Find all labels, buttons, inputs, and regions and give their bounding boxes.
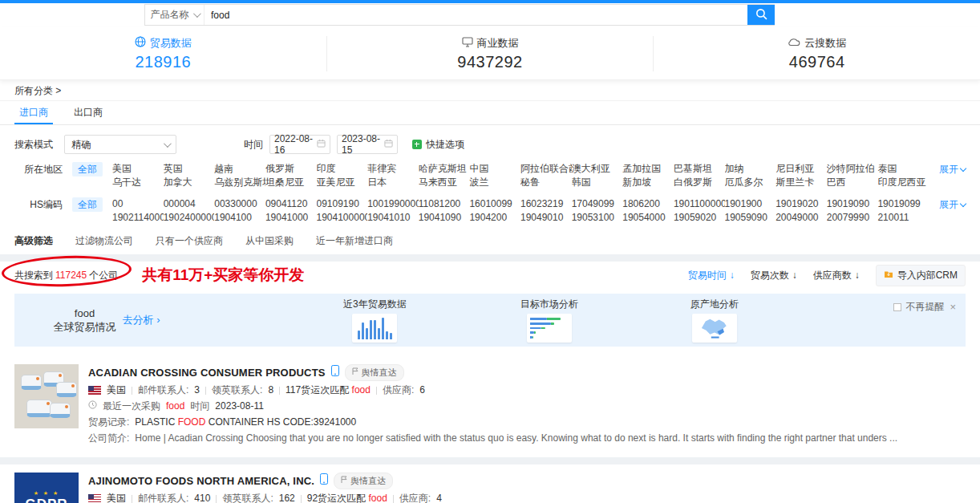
hscode-item[interactable]: 1806200 19054000 xyxy=(622,197,674,225)
region-name[interactable]: 乌干达 xyxy=(112,176,164,189)
region-name[interactable]: 越南 xyxy=(214,162,265,176)
region-item[interactable]: 英国 加拿大 xyxy=(164,162,215,189)
region-item[interactable]: 阿拉伯联合酋... 秘鲁 xyxy=(520,162,572,189)
region-item[interactable]: 加纳 厄瓜多尔 xyxy=(725,162,776,189)
hscode-item[interactable]: 19019099 210011 xyxy=(877,197,929,225)
hscode-expand-button[interactable]: 展开 xyxy=(929,197,966,212)
region-item[interactable]: 泰国 印度尼西亚 xyxy=(877,162,929,189)
company-name[interactable]: ACADIAN CROSSING CONSUMER PRODUCTS xyxy=(88,366,326,379)
hscode-value[interactable]: 1904200 xyxy=(469,211,520,225)
search-mode-select[interactable]: 精确 xyxy=(64,135,176,154)
hscode-item[interactable]: 11081200 19041090 xyxy=(419,197,470,225)
region-all-chip[interactable]: 全部 xyxy=(72,162,103,176)
hscode-all-chip[interactable]: 全部 xyxy=(72,197,103,212)
region-name[interactable]: 坦桑尼亚 xyxy=(265,176,317,189)
hscode-value[interactable]: 1904100 xyxy=(214,211,265,225)
hscode-value[interactable]: 1902400000 xyxy=(164,211,215,225)
phone-icon[interactable] xyxy=(320,473,328,489)
hscode-value[interactable]: 19041000 xyxy=(265,211,317,225)
hscode-value[interactable]: 00 xyxy=(112,197,164,211)
hscode-value[interactable]: 17049099 xyxy=(572,197,623,211)
region-name[interactable]: 韩国 xyxy=(572,176,623,189)
region-name[interactable]: 日本 xyxy=(367,176,419,189)
search-button[interactable] xyxy=(747,5,775,25)
region-name[interactable]: 斯里兰卡 xyxy=(775,176,827,189)
region-name[interactable]: 沙特阿拉伯 xyxy=(827,162,878,176)
region-name[interactable]: 秘鲁 xyxy=(520,176,572,189)
region-name[interactable]: 英国 xyxy=(164,162,215,176)
target-market-thumb[interactable]: 目标市场分析 xyxy=(520,298,578,343)
hscode-value[interactable]: 16010099 xyxy=(469,197,520,211)
hscode-item[interactable]: 17049099 19053100 xyxy=(572,197,623,225)
hscode-value[interactable]: 19019090 xyxy=(827,197,878,211)
hscode-item[interactable]: 00330000 1904100 xyxy=(214,197,265,225)
region-item[interactable]: 中国 波兰 xyxy=(469,162,520,189)
region-name[interactable]: 波兰 xyxy=(469,176,520,189)
region-name[interactable]: 美国 xyxy=(112,162,164,176)
analyze-link[interactable]: 去分析 › xyxy=(123,313,160,327)
region-name[interactable]: 泰国 xyxy=(877,162,929,176)
hscode-value[interactable]: 20049000 xyxy=(775,211,827,225)
region-name[interactable]: 中国 xyxy=(469,162,520,176)
region-name[interactable]: 乌兹别克斯坦 xyxy=(214,176,265,189)
hscode-value[interactable]: 1001990000 xyxy=(367,197,419,211)
hscode-item[interactable]: 1901100000 19059020 xyxy=(674,197,725,225)
hscode-item[interactable]: 000004 1902400000 xyxy=(164,197,215,225)
hscode-value[interactable]: 20079990 xyxy=(827,211,878,225)
stat-business-data[interactable]: 商业数据 9437292 xyxy=(326,36,654,71)
import-crm-button[interactable]: 导入内部CRM xyxy=(876,265,966,286)
region-name[interactable]: 尼日利亚 xyxy=(775,162,827,176)
advanced-filter[interactable]: 近一年新增进口商 xyxy=(316,234,393,248)
advanced-filter[interactable]: 过滤物流公司 xyxy=(75,234,133,248)
sort-option[interactable]: 供应商数 ↓ xyxy=(813,269,860,282)
hscode-value[interactable]: 1902114000 xyxy=(112,211,164,225)
hscode-item[interactable]: 1901900 19059090 xyxy=(725,197,776,225)
date-to-input[interactable]: 2023-08-15 xyxy=(337,135,398,154)
stat-trade-data[interactable]: 贸易数据 218916 xyxy=(0,36,326,71)
hscode-value[interactable]: 19041010 xyxy=(367,211,419,225)
hscode-value[interactable]: 19041090 xyxy=(419,211,470,225)
region-name[interactable]: 印度尼西亚 xyxy=(877,176,929,189)
sentiment-pill[interactable]: 舆情直达 xyxy=(334,473,393,489)
region-item[interactable]: 菲律宾 日本 xyxy=(367,162,419,189)
region-name[interactable]: 加纳 xyxy=(725,162,776,176)
hscode-value[interactable]: 19053100 xyxy=(572,211,623,225)
region-item[interactable]: 美国 乌干达 xyxy=(112,162,164,189)
region-name[interactable]: 印度 xyxy=(317,162,368,176)
hscode-value[interactable]: 000004 xyxy=(164,197,215,211)
company-name[interactable]: AJINOMOTO FOODS NORTH AMERICA, INC. xyxy=(88,474,314,488)
hscode-item[interactable]: 09109190 1904100000 xyxy=(317,197,368,225)
tab-exporters[interactable]: 出口商 xyxy=(69,101,107,124)
hscode-value[interactable]: 00330000 xyxy=(214,197,265,211)
hscode-item[interactable]: 00 1902114000 xyxy=(112,197,164,225)
phone-icon[interactable] xyxy=(331,365,339,380)
hscode-value[interactable]: 19049010 xyxy=(520,211,572,225)
origin-analysis-thumb[interactable]: 原产地分析 xyxy=(690,298,739,343)
product-type-select[interactable]: 产品名称 xyxy=(145,5,205,25)
hscode-item[interactable]: 16010099 1904200 xyxy=(469,197,520,225)
advanced-filter[interactable]: 只有一个供应商 xyxy=(156,234,223,248)
hscode-value[interactable]: 1806200 xyxy=(622,197,674,211)
region-name[interactable]: 巴基斯坦 xyxy=(674,162,725,176)
hscode-item[interactable]: 1001990000 19041010 xyxy=(367,197,419,225)
hscode-value[interactable]: 1901100000 xyxy=(674,197,725,211)
hscode-value[interactable]: 16023219 xyxy=(520,197,572,211)
region-name[interactable]: 马来西亚 xyxy=(419,176,470,189)
hscode-item[interactable]: 19019020 20049000 xyxy=(775,197,827,225)
region-item[interactable]: 哈萨克斯坦 马来西亚 xyxy=(419,162,470,189)
region-item[interactable]: 印度 亚美尼亚 xyxy=(317,162,368,189)
region-name[interactable]: 孟加拉国 xyxy=(622,162,674,176)
region-name[interactable]: 巴西 xyxy=(827,176,878,189)
hscode-value[interactable]: 11081200 xyxy=(419,197,470,211)
region-item[interactable]: 尼日利亚 斯里兰卡 xyxy=(775,162,827,189)
hscode-value[interactable]: 1901900 xyxy=(725,197,776,211)
region-name[interactable]: 哈萨克斯坦 xyxy=(419,162,470,176)
hscode-value[interactable]: 19054000 xyxy=(622,211,674,225)
region-name[interactable]: 阿拉伯联合酋... xyxy=(520,162,572,176)
region-name[interactable]: 加拿大 xyxy=(164,176,215,189)
region-name[interactable]: 菲律宾 xyxy=(367,162,419,176)
hscode-value[interactable]: 09041120 xyxy=(265,197,317,211)
breadcrumb[interactable]: 所有分类 > xyxy=(0,80,980,101)
sentiment-pill[interactable]: 舆情直达 xyxy=(345,364,404,381)
hscode-value[interactable]: 19019020 xyxy=(775,197,827,211)
